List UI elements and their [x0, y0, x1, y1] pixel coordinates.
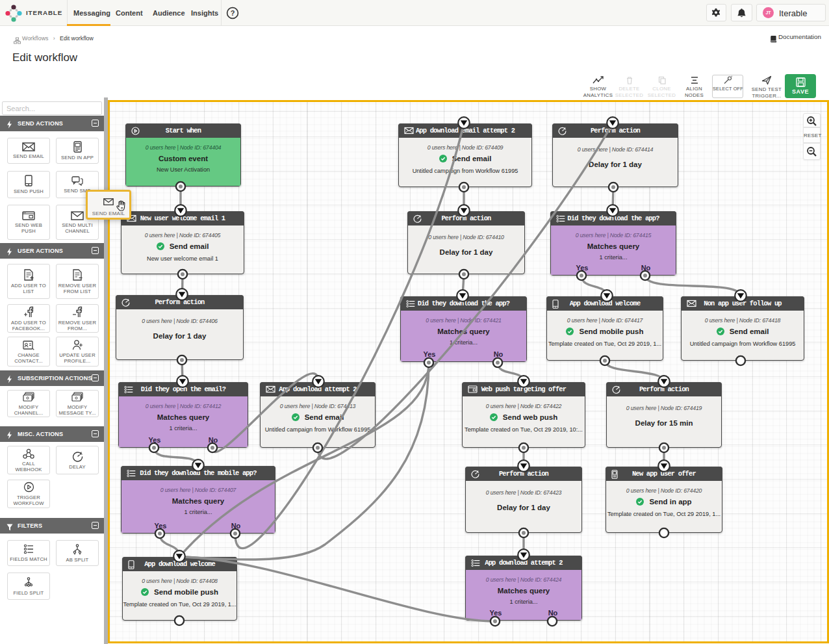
- svg-text:?: ?: [231, 9, 235, 17]
